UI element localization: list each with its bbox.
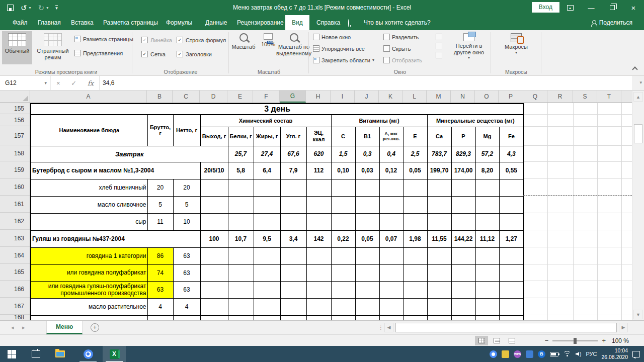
sheet-nav-left-icon[interactable]: ◂ [11, 324, 14, 331]
cell[interactable]: 0,05 [403, 162, 427, 179]
new-window-button[interactable]: Новое окно [313, 34, 351, 40]
tab-home[interactable]: Главная [31, 15, 67, 30]
cell[interactable] [228, 315, 254, 320]
zoom-out-icon[interactable]: − [545, 337, 549, 344]
cell[interactable] [306, 315, 331, 320]
cell[interactable] [200, 298, 228, 315]
cell[interactable] [254, 196, 280, 213]
tab-data[interactable]: Данные [199, 15, 233, 30]
cell[interactable]: 8,20 [475, 162, 499, 179]
cell[interactable] [355, 281, 379, 298]
cell[interactable] [331, 315, 355, 320]
tab-scroll-splitter[interactable]: ⋮ [378, 325, 384, 330]
cell[interactable]: 20 [147, 179, 173, 196]
cell[interactable]: 4 [173, 298, 200, 315]
cell[interactable] [306, 247, 331, 264]
ingredient-name-cell-highlighted[interactable]: говядина 1 категории [31, 247, 147, 264]
hide-button[interactable]: Скрыть [383, 45, 411, 52]
vertical-scrollbar[interactable]: ▲ ▼ [632, 91, 644, 320]
cell[interactable]: 2,5 [403, 146, 427, 162]
cell[interactable] [355, 196, 379, 213]
cell[interactable] [451, 179, 475, 196]
switch-windows-button[interactable]: Перейти в другое окно▾ [449, 31, 489, 64]
cell[interactable] [451, 298, 475, 315]
hscroll-right-icon[interactable]: ▶ [619, 323, 628, 332]
cell[interactable] [475, 247, 499, 264]
cell[interactable]: 10,7 [228, 230, 254, 247]
volume-icon[interactable]: ) [576, 351, 581, 357]
column-header-t[interactable]: T [597, 90, 621, 103]
cell[interactable]: 100 [200, 230, 228, 247]
cell[interactable] [499, 247, 524, 264]
cell[interactable] [427, 179, 451, 196]
custom-views-button[interactable]: Представления [74, 50, 123, 56]
chromium-button[interactable] [76, 346, 100, 362]
gridlines-checkbox[interactable]: ✓Сетка [141, 51, 166, 57]
tab-view[interactable]: Вид [285, 15, 309, 30]
cell[interactable] [355, 179, 379, 196]
cell[interactable] [355, 298, 379, 315]
cell[interactable] [228, 281, 254, 298]
cell[interactable] [280, 213, 306, 230]
cell[interactable] [306, 281, 331, 298]
cell[interactable]: Белки, г [228, 127, 254, 146]
cell[interactable] [200, 264, 228, 281]
notification-center-icon[interactable] [632, 351, 640, 357]
cell[interactable] [427, 213, 451, 230]
column-header-b[interactable]: B [147, 90, 173, 103]
cell[interactable]: 63 [173, 247, 200, 264]
column-header-s[interactable]: S [573, 90, 597, 103]
ingredient-name-cell[interactable]: сыр [31, 213, 147, 230]
cell[interactable] [379, 315, 403, 320]
cell[interactable] [280, 179, 306, 196]
arrange-all-button[interactable]: Упорядочить все [313, 45, 365, 52]
cell[interactable] [228, 179, 254, 196]
cell[interactable]: 1,98 [403, 230, 427, 247]
cell[interactable] [403, 179, 427, 196]
cell[interactable] [403, 315, 427, 320]
sheet-nav-right-icon[interactable]: ▸ [22, 324, 25, 331]
cell[interactable] [254, 281, 280, 298]
headings-checkbox[interactable]: ✓Заголовки [177, 51, 212, 57]
ingredient-name-cell-highlighted[interactable]: или говядина гуляш-полуфабрикат промышле… [31, 281, 147, 298]
task-view-button[interactable] [24, 346, 47, 362]
cell[interactable] [451, 281, 475, 298]
cell[interactable]: 5,8 [228, 162, 254, 179]
cell[interactable]: 20 [173, 179, 200, 196]
scroll-down-icon[interactable]: ▼ [633, 310, 643, 319]
cell[interactable]: Mg [475, 127, 499, 146]
expand-formula-bar-icon[interactable]: ▾ [639, 80, 642, 85]
cell[interactable] [355, 247, 379, 264]
cell[interactable] [475, 298, 499, 315]
cell[interactable]: 67,6 [280, 146, 306, 162]
cancel-icon[interactable]: × [56, 79, 60, 87]
cell[interactable] [427, 298, 451, 315]
column-header-q[interactable]: Q [523, 90, 547, 103]
row-header[interactable]: 158 [0, 145, 30, 161]
cell[interactable]: 783,7 [427, 146, 451, 162]
column-header-c[interactable]: C [173, 90, 200, 103]
column-header-p[interactable]: P [499, 90, 523, 103]
zoom-level[interactable]: 100 % [612, 337, 629, 344]
vertical-scrollbar-thumb[interactable] [634, 124, 642, 143]
cell[interactable]: Fe [499, 127, 524, 146]
language-indicator[interactable]: РУС [586, 351, 597, 357]
tray-wps-icon[interactable]: WPS [514, 350, 521, 358]
meal-title-cell[interactable]: Завтрак [31, 146, 228, 162]
cell[interactable] [355, 213, 379, 230]
restore-button[interactable] [602, 0, 623, 15]
column-header-r[interactable]: R [547, 90, 573, 103]
share-button[interactable]: Поделиться [585, 15, 639, 30]
page-break-preview-button[interactable]: Страничный режим [33, 31, 72, 64]
cell[interactable] [200, 247, 228, 264]
cell[interactable] [200, 315, 228, 320]
cell[interactable] [403, 196, 427, 213]
cell[interactable]: Е [403, 127, 427, 146]
formula-input[interactable]: 34,6 [99, 76, 632, 90]
cell[interactable] [427, 315, 451, 320]
cell[interactable]: 11,55 [427, 230, 451, 247]
column-header-d[interactable]: D [200, 90, 227, 103]
cell[interactable] [280, 298, 306, 315]
cell[interactable]: 0,55 [499, 162, 524, 179]
cell[interactable] [451, 247, 475, 264]
